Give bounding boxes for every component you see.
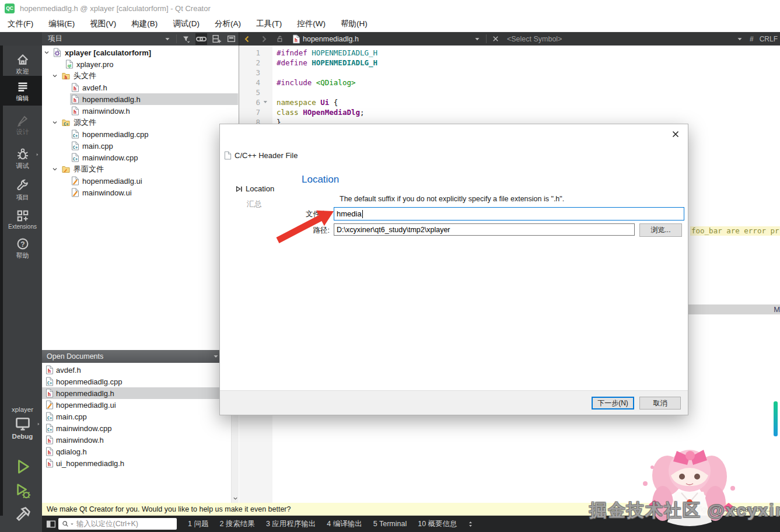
mode-edit[interactable]: 编辑 <box>3 76 42 106</box>
tree-row[interactable]: h头文件 <box>42 70 239 82</box>
tree-row[interactable]: hopenmediadlg.ui <box>42 175 239 187</box>
menu-item-2[interactable]: 视图(V) <box>82 16 124 32</box>
tree-row[interactable]: C+mainwindow.cpp <box>42 152 239 163</box>
cpp-file-icon: C+ <box>71 140 79 152</box>
debug-run-button[interactable] <box>3 482 42 499</box>
filter-icon[interactable] <box>181 34 191 44</box>
menu-item-7[interactable]: 控件(W) <box>289 16 333 32</box>
mode-help[interactable]: ?帮助 <box>3 233 42 263</box>
document-label: main.cpp <box>56 412 87 421</box>
locator-input[interactable]: 输入以定位(Ctrl+K) <box>58 518 177 530</box>
menu-item-6[interactable]: 工具(T) <box>249 16 289 32</box>
path-input[interactable]: D:\xcyxiner\qt6_study\tmp2\xplayer <box>334 223 635 236</box>
line-column-indicator[interactable]: # <box>750 35 754 43</box>
split-icon[interactable] <box>212 34 222 44</box>
open-document-item[interactable]: C+mainwindow.cpp <box>42 422 231 434</box>
open-document-item[interactable]: hmainwindow.h <box>42 434 231 446</box>
tree-row[interactable]: mainwindow.ui <box>42 187 239 198</box>
menu-item-5[interactable]: 分析(A) <box>207 16 249 32</box>
tree-row[interactable]: xplayer [calculatorform] <box>42 47 239 58</box>
main-toolbar: 项目 h hopenmediadlg.h <Select Symbol> # C… <box>0 32 780 46</box>
pin-file-icon[interactable] <box>275 34 284 43</box>
build-target-block[interactable] <box>3 415 42 432</box>
tree-row[interactable]: C+hopenmediadlg.cpp <box>42 128 239 140</box>
output-pane-button-3[interactable]: 4 编译输出 <box>327 519 362 529</box>
pane-title[interactable]: 项目 <box>48 34 161 44</box>
open-documents-header[interactable]: Open Documents <box>42 350 239 363</box>
symbol-combo[interactable]: <Select Symbol> <box>507 35 562 43</box>
file-dropdown-icon[interactable] <box>473 35 481 43</box>
output-pane-button-2[interactable]: 3 应用程序输出 <box>266 519 316 529</box>
cancel-button[interactable]: 取消 <box>639 397 681 410</box>
document-label: avdef.h <box>56 366 81 374</box>
tree-row[interactable]: hhopenmediadlg.h <box>42 93 239 105</box>
folder-ui-file-icon <box>62 163 70 175</box>
pane-dropdown-icon[interactable] <box>163 35 172 43</box>
ui-file-icon <box>71 175 79 187</box>
mode-design[interactable]: 设计 <box>3 110 42 139</box>
dialog-close-icon[interactable] <box>670 129 681 139</box>
menu-item-0[interactable]: 文件(F) <box>0 16 41 32</box>
tree-row[interactable]: 界面文件 <box>42 163 239 175</box>
open-document-item[interactable]: C+hopenmediadlg.cpp <box>42 376 231 387</box>
run-button[interactable] <box>3 457 42 475</box>
output-pane-button-5[interactable]: 10 概要信息 <box>418 519 457 529</box>
open-file-name[interactable]: hopenmediadlg.h <box>303 35 359 43</box>
new-file-wizard-dialog: C/C++ Header File Location 汇总 Location T… <box>219 124 688 415</box>
menu-item-4[interactable]: 调试(D) <box>165 16 207 32</box>
kit-selector[interactable]: xplayerDebug <box>3 406 42 440</box>
next-button[interactable]: 下一步(N) <box>592 397 634 410</box>
forward-icon[interactable] <box>259 34 268 44</box>
build-button[interactable] <box>3 505 42 523</box>
output-pane-button-4[interactable]: 5 Terminal <box>373 520 407 528</box>
mode-label: 项目 <box>3 193 42 202</box>
scrollbar-down-icon[interactable] <box>232 495 239 502</box>
search-options-icon[interactable] <box>69 522 75 527</box>
close-document-icon[interactable] <box>491 34 500 43</box>
line-number: 4 <box>239 78 260 88</box>
open-document-item[interactable]: hui_hopenmediadlg.h <box>42 457 231 469</box>
sync-with-editor-icon[interactable] <box>195 33 207 45</box>
code-text: #include <QDialog> <box>277 78 355 88</box>
mode-bug[interactable]: 调试 <box>3 144 42 173</box>
filename-input[interactable]: hmedia <box>334 207 684 220</box>
output-pane-button-1[interactable]: 2 搜索结果 <box>219 519 254 529</box>
output-pane-button-0[interactable]: 1 问题 <box>188 519 208 529</box>
line-ending-selector[interactable]: CRLF <box>760 35 778 43</box>
open-documents-dropdown-icon[interactable] <box>212 352 220 360</box>
chevron-down-icon[interactable] <box>51 117 58 128</box>
pro-file-icon: qt <box>65 58 74 70</box>
tree-row[interactable]: qtxplayer.pro <box>42 58 239 70</box>
open-document-item[interactable]: hhopenmediadlg.h <box>42 387 231 399</box>
tree-row[interactable]: hmainwindow.h <box>42 105 239 117</box>
back-icon[interactable] <box>243 34 252 44</box>
h-file-icon: h <box>71 93 79 105</box>
dialog-title-row: C/C++ Header File <box>224 151 298 160</box>
open-document-item[interactable]: C+main.cpp <box>42 411 231 422</box>
chevron-down-icon[interactable] <box>51 163 58 175</box>
flyout-arrow-icon[interactable] <box>35 152 40 158</box>
mode-wrench[interactable]: 项目 <box>3 175 42 205</box>
mode-extensions[interactable]: Extensions <box>3 205 42 233</box>
tree-row[interactable]: C+源文件 <box>42 117 239 128</box>
browse-button[interactable]: 浏览... <box>639 223 682 237</box>
tree-row[interactable]: C+main.cpp <box>42 140 239 152</box>
pane-updown-icon[interactable] <box>467 520 474 528</box>
menu-item-3[interactable]: 构建(B) <box>124 16 165 32</box>
document-label: mainwindow.h <box>56 436 104 444</box>
menu-item-8[interactable]: 帮助(H) <box>333 16 375 32</box>
menu-item-1[interactable]: 编辑(E) <box>41 16 82 32</box>
kit-flyout-arrow-icon[interactable] <box>36 421 41 427</box>
chevron-down-icon[interactable] <box>43 47 50 58</box>
open-document-item[interactable]: hqdialog.h <box>42 446 231 457</box>
tree-row[interactable]: havdef.h <box>42 82 239 93</box>
mode-home[interactable]: 欢迎 <box>3 49 42 79</box>
open-documents-list: havdef.hC+hopenmediadlg.cpphhopenmediadl… <box>42 363 231 503</box>
sidebar-toggle-icon[interactable] <box>46 519 56 529</box>
chevron-down-icon[interactable] <box>51 70 58 82</box>
close-pane-icon[interactable] <box>226 34 236 44</box>
open-document-item[interactable]: hopenmediadlg.ui <box>42 399 231 411</box>
fold-marker-icon[interactable] <box>263 99 269 106</box>
symbol-dropdown-icon[interactable] <box>736 35 744 43</box>
open-document-item[interactable]: havdef.h <box>42 364 231 376</box>
